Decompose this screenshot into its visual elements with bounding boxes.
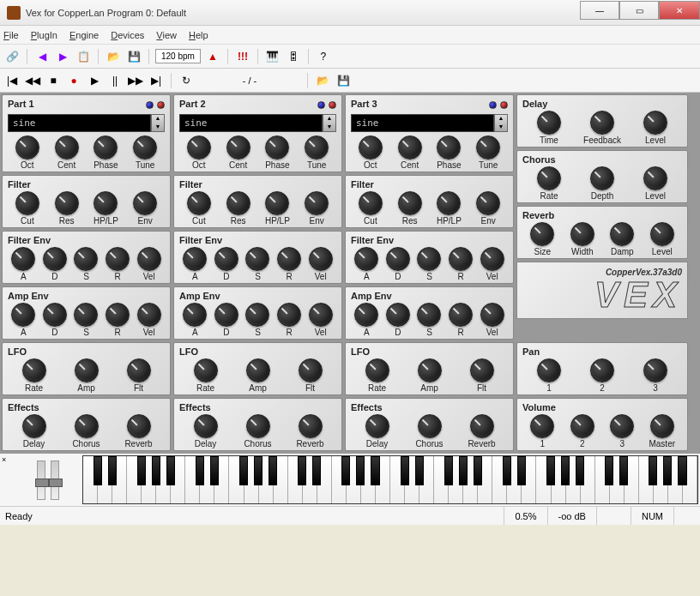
knob-d[interactable] — [43, 247, 67, 271]
black-key[interactable] — [94, 456, 102, 485]
waveform-display[interactable]: sine — [351, 114, 494, 132]
knob-hp/lp[interactable] — [437, 191, 461, 215]
knob-flt[interactable] — [470, 358, 494, 382]
knob-d[interactable] — [386, 303, 410, 327]
black-key[interactable] — [312, 456, 321, 485]
black-key[interactable] — [546, 456, 555, 485]
menu-engine[interactable]: Engine — [69, 30, 99, 40]
knob-1[interactable] — [530, 414, 554, 438]
knob-s[interactable] — [74, 303, 98, 327]
knob-damp[interactable] — [610, 222, 634, 246]
led-mute[interactable] — [157, 101, 165, 109]
kb-close-icon[interactable]: × — [2, 455, 14, 504]
knob-delay[interactable] — [22, 414, 46, 438]
knob-r[interactable] — [449, 303, 473, 327]
pause-icon[interactable]: || — [106, 72, 124, 89]
black-key[interactable] — [371, 456, 379, 485]
knob-tune[interactable] — [476, 135, 500, 160]
knob-cut[interactable] — [15, 191, 39, 215]
play-icon[interactable]: ▶ — [86, 72, 103, 89]
black-key[interactable] — [341, 456, 350, 485]
tempo-display[interactable]: 120 bpm — [155, 49, 201, 63]
knob-a[interactable] — [11, 247, 35, 271]
led-active[interactable] — [317, 101, 325, 109]
prev-preset-icon[interactable]: ◀ — [33, 48, 51, 65]
knob-2[interactable] — [590, 358, 614, 382]
menu-plugin[interactable]: PlugIn — [31, 30, 57, 40]
open-icon[interactable]: 📂 — [105, 48, 122, 65]
knob-time[interactable] — [537, 111, 561, 135]
knob-vel[interactable] — [137, 303, 161, 327]
knob-rate[interactable] — [537, 166, 561, 190]
knob-a[interactable] — [183, 303, 207, 327]
menu-help[interactable]: Help — [189, 30, 208, 40]
knob-phase[interactable] — [437, 135, 461, 160]
knob-feedback[interactable] — [590, 111, 614, 135]
knob-size[interactable] — [530, 222, 554, 246]
help-icon[interactable]: ? — [315, 48, 332, 65]
knob-vel[interactable] — [309, 303, 333, 327]
waveform-stepper[interactable]: ▲▼ — [151, 114, 165, 132]
black-key[interactable] — [269, 456, 277, 485]
maximize-button[interactable]: ▭ — [619, 1, 659, 20]
knob-vel[interactable] — [480, 247, 504, 271]
black-key[interactable] — [678, 456, 686, 485]
record-icon[interactable]: ● — [65, 72, 82, 89]
knob-rate[interactable] — [365, 358, 389, 382]
black-key[interactable] — [503, 456, 511, 485]
save2-icon[interactable]: 💾 — [335, 72, 352, 89]
black-key[interactable] — [474, 456, 482, 485]
copy-icon[interactable]: 📋 — [75, 48, 92, 65]
knob-reverb[interactable] — [299, 414, 323, 438]
knob-level[interactable] — [650, 222, 674, 246]
knob-3[interactable] — [610, 414, 634, 438]
black-key[interactable] — [356, 456, 365, 485]
knob-delay[interactable] — [365, 414, 389, 438]
black-key[interactable] — [415, 456, 424, 485]
knob-cent[interactable] — [55, 135, 79, 160]
knob-oct[interactable] — [15, 135, 39, 160]
knob-rate[interactable] — [194, 358, 218, 382]
knob-oct[interactable] — [187, 135, 211, 160]
knob-res[interactable] — [55, 191, 79, 215]
knob-d[interactable] — [386, 247, 410, 271]
knob-level[interactable] — [643, 111, 667, 135]
mod-wheel[interactable] — [51, 461, 59, 500]
knob-res[interactable] — [398, 191, 422, 215]
loop-icon[interactable]: ↻ — [178, 72, 195, 89]
close-button[interactable]: ✕ — [659, 1, 700, 20]
knob-width[interactable] — [570, 222, 594, 246]
menu-devices[interactable]: Devices — [111, 30, 144, 40]
piano-keyboard[interactable] — [82, 455, 698, 504]
knob-env[interactable] — [133, 191, 157, 215]
metronome-icon[interactable]: ▲ — [204, 48, 221, 65]
rewind-icon[interactable]: ◀◀ — [24, 72, 41, 89]
black-key[interactable] — [196, 456, 204, 485]
knob-cent[interactable] — [398, 135, 422, 160]
connections-icon[interactable]: 🔗 — [3, 48, 21, 65]
black-key[interactable] — [137, 456, 146, 485]
midi-icon[interactable]: 🎛 — [285, 48, 302, 65]
led-mute[interactable] — [329, 101, 336, 109]
knob-chorus[interactable] — [75, 414, 99, 438]
black-key[interactable] — [298, 456, 306, 485]
black-key[interactable] — [517, 456, 526, 485]
knob-1[interactable] — [537, 358, 561, 382]
knob-res[interactable] — [226, 191, 250, 215]
knob-hp/lp[interactable] — [94, 191, 118, 215]
knob-flt[interactable] — [127, 358, 151, 382]
black-key[interactable] — [561, 456, 570, 485]
black-key[interactable] — [401, 456, 409, 485]
forward-end-icon[interactable]: ▶| — [148, 72, 165, 89]
knob-phase[interactable] — [94, 135, 118, 160]
knob-delay[interactable] — [194, 414, 218, 438]
knob-a[interactable] — [354, 247, 378, 271]
knob-env[interactable] — [476, 191, 500, 215]
knob-a[interactable] — [11, 303, 35, 327]
knob-s[interactable] — [245, 247, 269, 271]
knob-2[interactable] — [570, 414, 594, 438]
waveform-stepper[interactable]: ▲▼ — [494, 114, 508, 132]
pitch-wheel[interactable] — [37, 461, 45, 500]
knob-depth[interactable] — [590, 166, 614, 190]
knob-amp[interactable] — [418, 358, 442, 382]
